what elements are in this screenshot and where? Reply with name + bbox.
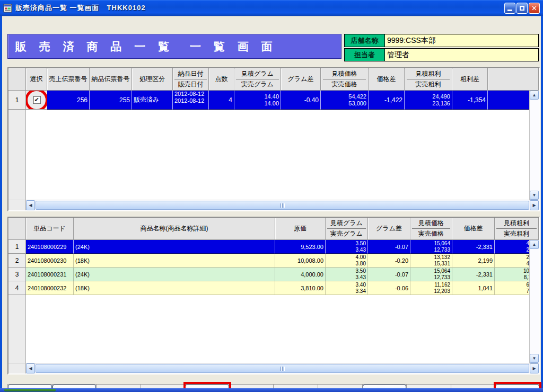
scroll-right-button[interactable]: ▶ xyxy=(530,363,539,373)
price-cell: 13,13215,331 xyxy=(410,254,452,268)
scroll-up-button[interactable]: ▲ xyxy=(530,240,539,249)
row-number: 1 xyxy=(8,91,26,110)
header-rownum xyxy=(8,218,26,240)
app-icon xyxy=(3,4,12,13)
scroll-track[interactable] xyxy=(530,100,539,191)
header-gram: 見積グラム実売グラム xyxy=(326,218,368,240)
row-number: 4 xyxy=(8,281,26,295)
item-table-header: 単品コード 商品名称(商品名称詳細) 原価 見積グラム実売グラム グラム差 見積… xyxy=(8,218,539,240)
price-diff-cell: 2,199 xyxy=(452,254,495,268)
check-icon: ✔ xyxy=(34,96,39,103)
sales-slip-no-cell: 256 xyxy=(47,91,90,110)
clerk-field: 管理者 xyxy=(385,48,539,61)
clerk-row: 担当者 管理者 xyxy=(344,48,539,61)
minimize-button[interactable] xyxy=(504,3,515,14)
arrow-up-icon: ▲ xyxy=(532,242,537,247)
gram-cell: 3.503.43 xyxy=(326,268,368,281)
gram-diff-cell: -0.06 xyxy=(368,281,410,295)
table-row[interactable]: 1 240108000229 (24K) 9,523.00 3.503.43 -… xyxy=(8,240,539,254)
header-profit: 見積粗利実売粗利 xyxy=(495,218,539,240)
header-profit-diff: 粗利差 xyxy=(452,68,488,91)
table-row[interactable]: 3 240108000231 (24K) 4,000.00 3.503.43 -… xyxy=(8,268,539,281)
header-qty: 点数 xyxy=(209,68,234,91)
scroll-down-button[interactable]: ▼ xyxy=(530,191,539,200)
scroll-down-button[interactable]: ▼ xyxy=(530,354,539,363)
table-row[interactable]: 2 240108000230 (18K) 10,008.00 4.003.80 … xyxy=(8,254,539,268)
close-icon: ✕ xyxy=(531,5,537,12)
price-diff-cell: -2,331 xyxy=(452,240,495,254)
header-gram-diff: グラム差 xyxy=(368,218,410,240)
header-select: 選択 xyxy=(26,68,47,91)
taskbar[interactable] xyxy=(0,388,543,392)
store-name-field: 9999:CSS本部 xyxy=(385,34,539,47)
header-gram: 見積グラム実売グラム xyxy=(234,68,281,91)
header-dates: 納品日付販売日付 xyxy=(173,68,209,91)
scroll-track[interactable] xyxy=(35,363,530,373)
price-cell: 54,42253,000 xyxy=(321,91,369,110)
item-table-body: 1 240108000229 (24K) 9,523.00 3.503.43 -… xyxy=(8,240,539,363)
gram-diff-cell: -0.20 xyxy=(368,254,410,268)
window-title: 販売済商品一覧 一覧画面 THKK0102 xyxy=(15,3,146,13)
header-cost: 原価 xyxy=(275,218,326,240)
price-diff-cell: 1,041 xyxy=(452,281,495,295)
delivery-slip-no-cell: 255 xyxy=(90,91,132,110)
price-diff-cell: -2,331 xyxy=(452,268,495,281)
header-gram-diff: グラム差 xyxy=(281,68,321,91)
sales-slip-table-header: 選択 売上伝票番号 納品伝票番号 処理区分 納品日付販売日付 点数 見積グラム実… xyxy=(8,68,539,91)
scrollbar-corner xyxy=(8,200,26,210)
horizontal-scrollbar[interactable]: ◀ ▶ xyxy=(8,363,539,373)
arrow-right-icon: ▶ xyxy=(532,203,536,208)
price-diff-cell: -1,422 xyxy=(369,91,405,110)
process-type-cell: 販売済み xyxy=(132,91,173,110)
scroll-thumb[interactable] xyxy=(36,364,529,373)
arrow-left-icon: ◀ xyxy=(29,203,32,208)
page-title: 販 売 済 商 品 一 覧 一 覧 画 面 xyxy=(7,34,341,59)
sales-slip-table-body: 1 ✔ 256 255 販売済み 2012-08-122012-08-12 4 … xyxy=(8,91,539,200)
close-button[interactable]: ✕ xyxy=(529,3,540,14)
minimize-icon xyxy=(507,10,512,11)
scroll-thumb[interactable] xyxy=(36,201,529,210)
dates-cell: 2012-08-122012-08-12 xyxy=(173,91,209,110)
gram-cell: 3.403.34 xyxy=(326,281,368,295)
table-row[interactable]: 4 240108000232 (18K) 3,810.00 3.403.34 -… xyxy=(8,281,539,295)
header-delivery-slip-no: 納品伝票番号 xyxy=(90,68,132,91)
profit-cell: 24,49023,136 xyxy=(405,91,452,110)
gram-cell: 14.4014.00 xyxy=(234,91,281,110)
window-titlebar: 販売済商品一覧 一覧画面 THKK0102 ✕ xyxy=(0,0,543,16)
arrow-right-icon: ▶ xyxy=(532,366,536,371)
arrow-down-icon: ▼ xyxy=(532,356,537,361)
item-code-cell: 240108000230 xyxy=(26,254,74,268)
vertical-scrollbar[interactable]: ▲ ▼ xyxy=(529,240,539,363)
qty-cell: 4 xyxy=(209,91,234,110)
gram-diff-cell: -0.07 xyxy=(368,268,410,281)
header-item-code: 単品コード xyxy=(26,218,74,240)
select-checkbox[interactable]: ✔ xyxy=(33,96,41,104)
horizontal-scrollbar[interactable]: ◀ ▶ xyxy=(8,200,539,210)
profit-diff-cell: -1,354 xyxy=(452,91,488,110)
item-code-cell: 240108000232 xyxy=(26,281,74,295)
arrow-down-icon: ▼ xyxy=(532,193,537,198)
row-number: 1 xyxy=(8,240,26,254)
table-row[interactable]: 1 ✔ 256 255 販売済み 2012-08-122012-08-12 4 … xyxy=(8,91,539,110)
scroll-left-button[interactable]: ◀ xyxy=(26,200,35,210)
store-name-label: 店舗名称 xyxy=(344,34,385,47)
gram-cell: 4.003.80 xyxy=(326,254,368,268)
item-name-cell: (24K) xyxy=(74,268,275,281)
maximize-icon xyxy=(520,6,524,11)
scroll-up-button[interactable]: ▲ xyxy=(530,91,539,100)
scroll-left-button[interactable]: ◀ xyxy=(26,363,35,373)
vertical-scrollbar[interactable]: ▲ ▼ xyxy=(529,91,539,200)
client-area: 販 売 済 商 品 一 覧 一 覧 画 面 店舗名称 9999:CSS本部 担当… xyxy=(2,16,541,389)
gram-cell: 3.503.43 xyxy=(326,240,368,254)
header-price-diff: 価格差 xyxy=(369,68,405,91)
arrow-left-icon: ◀ xyxy=(29,366,32,371)
header-rownum xyxy=(8,68,26,91)
maximize-button[interactable] xyxy=(516,3,528,14)
scroll-track[interactable] xyxy=(530,249,539,354)
item-name-cell: (18K) xyxy=(74,254,275,268)
header-sales-slip-no: 売上伝票番号 xyxy=(47,68,90,91)
sales-slip-table: 選択 売上伝票番号 納品伝票番号 処理区分 納品日付販売日付 点数 見積グラム実… xyxy=(7,67,540,211)
start-button[interactable] xyxy=(4,389,56,391)
scroll-track[interactable] xyxy=(35,200,530,210)
scroll-right-button[interactable]: ▶ xyxy=(530,200,539,210)
